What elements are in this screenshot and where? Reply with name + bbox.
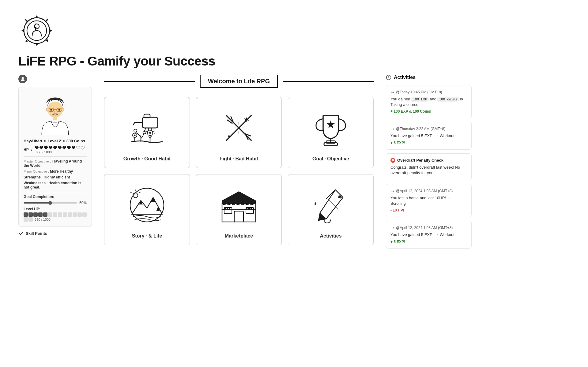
svg-rect-47: [222, 204, 256, 222]
activities-label: Activities: [320, 233, 341, 239]
level-block-10: [68, 212, 72, 217]
activities-header-label: Activities: [394, 75, 416, 80]
growth-label: Growth·Good Habit: [123, 156, 171, 162]
activity-penalty-card: ✕ Overdraft Penalty Check Congrats, didn…: [386, 153, 472, 180]
activity-item-1: ↪ @Today 10:45 PM (GMT+8) You gained 100…: [386, 85, 472, 118]
activities-header: Activities: [386, 75, 472, 80]
master-objective-row: Master Objective : Traveling Around the …: [24, 159, 87, 168]
goal-label: Goal·Objective: [312, 156, 349, 162]
activity-timestamp-1: ↪ @Today 10:45 PM (GMT+8): [390, 90, 467, 95]
strengths-value: Highly efficient: [43, 175, 70, 179]
right-panel: Activities ↪ @Today 10:45 PM (GMT+8) You…: [386, 75, 472, 252]
marketplace-icon-area: [214, 181, 263, 230]
svg-line-45: [130, 192, 132, 193]
activity-reward-4: + 5 EXP!: [390, 240, 467, 244]
timestamp-text-3: @April 12, 2024 1:03 AM (GMT+8): [396, 189, 453, 193]
svg-point-10: [50, 109, 52, 110]
svg-line-44: [139, 192, 140, 193]
svg-rect-52: [224, 208, 226, 210]
user-avatar-icon[interactable]: [18, 75, 27, 83]
character-name-row: HeyAlbert Level 2 300 Coins: [24, 139, 87, 143]
svg-point-13: [61, 108, 64, 111]
level-block-2: [28, 212, 33, 217]
badge-exp-1: 100 EXP: [411, 97, 428, 102]
skill-points-row[interactable]: Skill Points: [18, 230, 92, 236]
activity-item-3: ↪ @April 12, 2024 1:03 AM (GMT+8) You lo…: [386, 184, 472, 217]
skill-points-label: Skill Points: [26, 231, 47, 236]
page-title: LiFE RPG - Gamify your Success: [18, 54, 215, 69]
story-label-pre: Story · & Life: [132, 233, 162, 238]
activity-item-4: ↪ @April 12, 2024 1:03 AM (GMT+8) You ha…: [386, 221, 472, 248]
penalty-x-icon: ✕: [390, 158, 395, 163]
heart-7: [62, 146, 66, 150]
badge-coins-1: 100 coins: [437, 97, 459, 102]
activity-desc-4: You have gained 5 EXP! → Workout: [390, 232, 467, 238]
svg-rect-48: [234, 211, 243, 222]
level-block-3: [33, 212, 38, 217]
svg-line-58: [326, 190, 335, 199]
activities-card[interactable]: Activities: [288, 174, 374, 245]
svg-point-11: [58, 109, 60, 110]
level-block-9: [63, 212, 67, 217]
heart-4: [48, 146, 53, 150]
center-panel: Welcome to Life RPG: [104, 75, 374, 252]
welcome-banner: Welcome to Life RPG: [104, 75, 374, 88]
level-block-14: [24, 217, 28, 222]
character-level: Level 2: [47, 139, 61, 143]
svg-point-12: [46, 108, 49, 111]
level-block-6: [48, 212, 52, 217]
goal-completion-label: Goal Completion:: [24, 195, 87, 199]
goal-objective-card[interactable]: Goal·Objective: [288, 97, 374, 168]
fight-icon: [217, 107, 260, 149]
heart-9: [71, 146, 76, 150]
level-number: 690 / 1000: [35, 218, 51, 221]
level-block-8: [58, 212, 62, 217]
growth-good-habit-card[interactable]: Growth·Good Habit: [104, 97, 190, 168]
logo-section: LiFE RPG - Gamify your Success: [18, 12, 472, 69]
activity-desc-2: You have gained 5 EXP! → Workout: [390, 133, 467, 139]
goal-icon: [309, 107, 352, 149]
story-life-card[interactable]: Story · & Life: [104, 174, 190, 245]
heart-1: [35, 146, 39, 150]
separator-dot-2: [63, 140, 65, 142]
goal-fill: [24, 202, 50, 204]
svg-rect-55: [246, 208, 247, 210]
fight-bad-habit-card[interactable]: Fight·Bad Habit: [196, 97, 282, 168]
svg-rect-54: [229, 208, 230, 210]
marketplace-label: Marketplace: [225, 233, 253, 239]
strengths-row: Strengths : Highly efficient: [24, 175, 87, 179]
activity-reward-1: + 100 EXP & 100 Coins!: [390, 109, 467, 114]
penalty-desc: Congrats, didn't overdraft last week! No…: [390, 165, 467, 176]
divider-1: [24, 156, 87, 157]
svg-rect-56: [248, 208, 250, 210]
heart-11-empty: [81, 146, 85, 150]
level-block-15: [28, 217, 33, 222]
marketplace-card[interactable]: Marketplace: [196, 174, 282, 245]
character-name: HeyAlbert: [24, 139, 42, 143]
weaknesses-row: Weaknesses : Health condition is not gre…: [24, 181, 87, 189]
master-obj-label: Master Objective: [24, 159, 49, 163]
activity-timestamp-4: ↪ @April 12, 2024 1:03 AM (GMT+8): [390, 225, 467, 230]
minor-obj-value: More Healthy: [50, 169, 73, 174]
goal-icon-area: [306, 103, 355, 152]
svg-point-22: [149, 132, 151, 134]
minor-obj-label: Minor Objective: [24, 170, 47, 173]
goal-knob: [48, 201, 52, 205]
heart-5: [53, 146, 57, 150]
level-block-7: [53, 212, 57, 217]
goal-progress-bar: 50%: [24, 201, 87, 205]
timestamp-text-1: @Today 10:45 PM (GMT+8): [396, 90, 442, 94]
level-blocks-container: 690 / 1000: [24, 212, 87, 222]
separator-dot-1: [44, 140, 46, 142]
svg-point-20: [134, 135, 136, 136]
main-grid: Growth·Good Habit: [104, 97, 374, 245]
left-panel: HeyAlbert Level 2 300 Coins HP ：: [18, 75, 92, 252]
penalty-title: Overdraft Penalty Check: [397, 158, 443, 163]
activities-icon-area: [306, 181, 355, 230]
hp-row: HP ： 860: [24, 146, 87, 154]
svg-rect-14: [53, 117, 57, 120]
welcome-text: Welcome to Life RPG: [208, 78, 270, 84]
hp-label: HP ：: [24, 147, 33, 152]
character-coins: 300 Coins: [66, 139, 85, 143]
story-icon: [126, 184, 168, 227]
